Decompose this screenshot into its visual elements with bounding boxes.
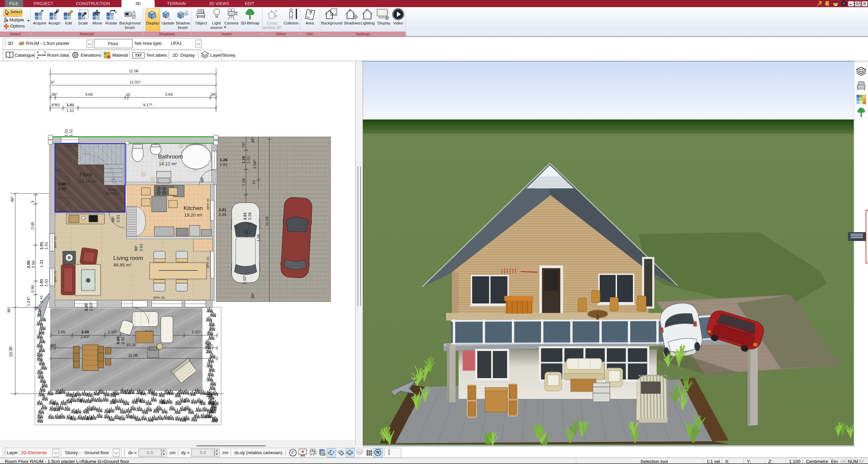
- svg-text:BRH 26: BRH 26: [153, 296, 165, 299]
- svg-text:1.01: 1.01: [246, 156, 250, 164]
- svg-text:Bathroom: Bathroom: [158, 153, 183, 160]
- svg-text:10.30: 10.30: [8, 347, 13, 357]
- svg-text:365: 365: [211, 92, 217, 96]
- svg-text:365: 365: [7, 307, 11, 313]
- svg-text:N: N: [376, 450, 379, 455]
- svg-text:1.01: 1.01: [64, 129, 68, 136]
- svg-text:2.00: 2.00: [31, 222, 35, 229]
- svg-text:BRH 75: BRH 75: [53, 271, 57, 282]
- svg-text:3: 3: [31, 201, 35, 203]
- svg-text:Kitchen: Kitchen: [184, 205, 203, 211]
- svg-text:0.90: 0.90: [31, 285, 35, 293]
- svg-text:65: 65: [51, 80, 55, 84]
- svg-text:5.60: 5.60: [165, 92, 173, 96]
- svg-text:14.12 m²: 14.12 m²: [159, 161, 177, 166]
- svg-text:2.01: 2.01: [243, 212, 247, 220]
- svg-text:BRH 75: BRH 75: [53, 237, 57, 248]
- svg-text:2.35: 2.35: [121, 337, 125, 344]
- svg-text:18.7 | 25.5: 18.7 | 25.5: [105, 192, 119, 195]
- svg-text:6583: 6583: [52, 103, 60, 107]
- svg-text:48.85 m²: 48.85 m²: [113, 262, 132, 267]
- svg-text:2.01: 2.01: [139, 244, 143, 251]
- svg-text:10: 10: [126, 92, 130, 96]
- svg-text:BRH 30: BRH 30: [206, 257, 210, 268]
- svg-text:Living room: Living room: [113, 255, 143, 261]
- svg-text:1.59: 1.59: [242, 179, 246, 186]
- svg-text:1.26: 1.26: [242, 156, 246, 164]
- svg-text:2.50: 2.50: [31, 261, 35, 268]
- svg-text:2.00: 2.00: [81, 330, 89, 334]
- svg-text:1.51: 1.51: [66, 109, 74, 113]
- svg-text:1.51: 1.51: [44, 279, 48, 286]
- svg-text:BRH 30: BRH 30: [206, 199, 210, 210]
- svg-text:2.01: 2.01: [219, 208, 227, 212]
- svg-text:2.26: 2.26: [219, 212, 226, 217]
- svg-text:2.00: 2.00: [58, 182, 66, 186]
- svg-text:9.175: 9.175: [143, 103, 152, 107]
- svg-text:2.26: 2.26: [248, 212, 252, 220]
- svg-text:1.01: 1.01: [220, 163, 227, 167]
- svg-text:11.03: 11.03: [265, 217, 269, 226]
- svg-text:11.08: 11.08: [129, 69, 138, 73]
- svg-text:2.00: 2.00: [84, 303, 88, 311]
- svg-text:1.06: 1.06: [256, 234, 261, 242]
- svg-text:19.20 m²: 19.20 m²: [184, 212, 202, 218]
- svg-text:2.01: 2.01: [116, 215, 120, 222]
- svg-text:1.65: 1.65: [58, 330, 65, 334]
- svg-text:1.94: 1.94: [244, 230, 248, 238]
- svg-text:1.41: 1.41: [39, 295, 43, 303]
- svg-text:365: 365: [51, 92, 57, 96]
- svg-text:ROOM: ROOM: [38, 54, 46, 57]
- svg-text:18.14 m²: 18.14 m²: [79, 179, 97, 184]
- svg-text:1.51: 1.51: [69, 129, 73, 136]
- svg-text:2.80: 2.80: [58, 187, 66, 191]
- svg-text:?: ?: [843, 2, 845, 6]
- svg-text:1.51: 1.51: [44, 242, 48, 249]
- svg-text:4.65: 4.65: [85, 92, 93, 96]
- svg-text:365: 365: [10, 196, 14, 202]
- svg-text:5.00: 5.00: [116, 337, 120, 344]
- svg-text:11.015: 11.015: [130, 80, 141, 84]
- svg-text:Floor: Floor: [79, 171, 93, 178]
- svg-text:1.01: 1.01: [39, 242, 43, 249]
- svg-text:15 Stg: 15 Stg: [108, 188, 117, 191]
- svg-text:10: 10: [252, 180, 256, 185]
- svg-text:1.245: 1.245: [26, 297, 31, 306]
- svg-text:10.35: 10.35: [126, 343, 136, 347]
- svg-text:1.01: 1.01: [66, 103, 74, 107]
- svg-text:2.00: 2.00: [26, 261, 31, 268]
- svg-text:BRH 75: BRH 75: [66, 144, 77, 148]
- svg-text:1.01: 1.01: [39, 279, 43, 286]
- svg-text:1.26: 1.26: [220, 158, 227, 162]
- svg-text:11.08: 11.08: [128, 353, 138, 357]
- svg-text:365: 365: [207, 344, 213, 348]
- svg-text:1.33: 1.33: [39, 260, 43, 267]
